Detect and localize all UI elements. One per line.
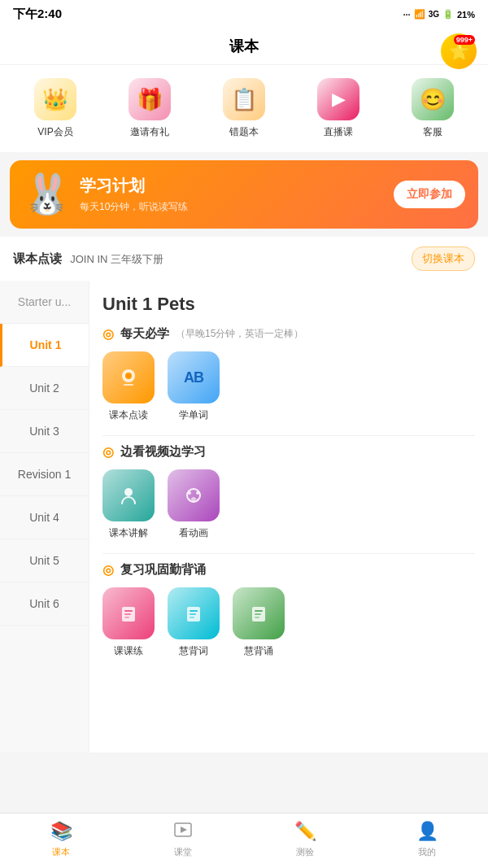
svg-marker-23 bbox=[181, 827, 187, 833]
sidebar-item-unit6[interactable]: Unit 6 bbox=[0, 582, 89, 626]
switch-textbook-button[interactable]: 切换课本 bbox=[412, 246, 475, 271]
battery-percent: 21% bbox=[457, 10, 475, 20]
quick-item-error[interactable]: 📋 错题本 bbox=[223, 78, 265, 139]
video-study-items: 课本讲解 看动画 bbox=[102, 469, 475, 540]
sidebar-item-unit4[interactable]: Unit 4 bbox=[0, 496, 89, 539]
banner-text: 学习计划 每天10分钟，听说读写练 bbox=[80, 175, 394, 214]
user-badge[interactable]: ⭐ 999+ bbox=[441, 33, 477, 69]
svg-point-7 bbox=[191, 497, 196, 502]
svg-point-1 bbox=[125, 373, 132, 379]
daily-study-header: ◎ 每天必学 （早晚15分钟，英语一定棒） bbox=[102, 326, 475, 342]
textbook-nav-label: 课本 bbox=[52, 846, 70, 858]
sidebar-item-unit1[interactable]: Unit 1 bbox=[0, 324, 89, 367]
cartoon-label: 看动画 bbox=[179, 526, 208, 540]
video-study-group: ◎ 边看视频边学习 课本讲解 看动画 bbox=[102, 444, 475, 540]
reading-label: 课本点读 bbox=[109, 408, 148, 422]
review-group: ◎ 复习巩固勤背诵 课课练 慧背词 bbox=[102, 562, 475, 658]
section-subtitle: JOIN IN 三年级下册 bbox=[70, 253, 163, 265]
sidebar-item-unit2[interactable]: Unit 2 bbox=[0, 367, 89, 410]
daily-study-group: ◎ 每天必学 （早晚15分钟，英语一定棒） 课本点读 AB 学单词 bbox=[102, 326, 475, 422]
sidebar-item-revision1[interactable]: Revision 1 bbox=[0, 453, 89, 496]
invite-label: 邀请有礼 bbox=[130, 125, 169, 139]
test-nav-icon: ✏️ bbox=[294, 820, 316, 843]
status-bar: 下午2:40 ··· 📶 3G 🔋 21% bbox=[0, 0, 488, 28]
words-label: 学单词 bbox=[179, 408, 208, 422]
vip-icon: 👑 bbox=[34, 78, 76, 120]
svg-point-5 bbox=[188, 491, 191, 495]
daily-hint: （早晚15分钟，英语一定棒） bbox=[176, 327, 303, 341]
practice-label: 课课练 bbox=[114, 644, 143, 658]
main-content-area: Starter u... Unit 1 Unit 2 Unit 3 Revisi… bbox=[0, 281, 488, 752]
smartwords-label: 慧背词 bbox=[179, 644, 208, 658]
join-now-button[interactable]: 立即参加 bbox=[394, 181, 465, 208]
svg-rect-16 bbox=[190, 613, 196, 615]
smartread-icon bbox=[233, 587, 285, 639]
vip-label: VIP会员 bbox=[37, 125, 72, 139]
quick-item-service[interactable]: 😊 客服 bbox=[412, 78, 454, 139]
sidebar-item-starter[interactable]: Starter u... bbox=[0, 281, 89, 324]
svg-rect-21 bbox=[255, 617, 259, 618]
svg-point-6 bbox=[196, 491, 199, 495]
banner-title: 学习计划 bbox=[80, 175, 394, 197]
sidebar-item-unit3[interactable]: Unit 3 bbox=[0, 410, 89, 453]
cartoon-item[interactable]: 看动画 bbox=[168, 469, 220, 540]
daily-study-items: 课本点读 AB 学单词 bbox=[102, 351, 475, 422]
lecture-label: 课本讲解 bbox=[109, 526, 148, 540]
invite-icon: 🎁 bbox=[129, 78, 171, 120]
practice-item[interactable]: 课课练 bbox=[102, 587, 155, 658]
errorbook-icon: 📋 bbox=[223, 78, 265, 120]
smartread-item[interactable]: 慧背诵 bbox=[233, 587, 285, 658]
practice-icon bbox=[102, 587, 155, 639]
badge-count: 999+ bbox=[454, 35, 475, 45]
words-item[interactable]: AB 学单词 bbox=[168, 351, 220, 422]
reading-icon bbox=[102, 351, 155, 403]
svg-rect-2 bbox=[124, 384, 133, 386]
sidebar-item-unit5[interactable]: Unit 5 bbox=[0, 539, 89, 582]
quick-item-vip[interactable]: 👑 VIP会员 bbox=[34, 78, 76, 139]
svg-rect-20 bbox=[255, 613, 261, 615]
lecture-icon bbox=[102, 469, 155, 521]
content-panel: Unit 1 Pets ◎ 每天必学 （早晚15分钟，英语一定棒） 课本点读 A… bbox=[89, 281, 488, 752]
test-nav-label: 测验 bbox=[296, 846, 314, 858]
status-time: 下午2:40 bbox=[13, 7, 62, 22]
battery-icon: 🔋 bbox=[442, 9, 454, 20]
words-icon: AB bbox=[168, 351, 220, 403]
sidebar: Starter u... Unit 1 Unit 2 Unit 3 Revisi… bbox=[0, 281, 89, 752]
study-plan-banner[interactable]: 🐰 学习计划 每天10分钟，听说读写练 立即参加 bbox=[10, 160, 478, 229]
page-title: 课本 bbox=[229, 38, 259, 55]
svg-rect-13 bbox=[124, 617, 129, 618]
banner-subtitle: 每天10分钟，听说读写练 bbox=[80, 200, 394, 214]
quick-item-invite[interactable]: 🎁 邀请有礼 bbox=[129, 78, 171, 139]
svg-rect-19 bbox=[255, 610, 263, 612]
banner-mascot: 🐰 bbox=[23, 172, 72, 217]
classroom-nav-icon bbox=[172, 820, 194, 843]
textbook-nav-icon: 📚 bbox=[50, 820, 72, 843]
nav-item-test[interactable]: ✏️ 测验 bbox=[294, 820, 316, 858]
classroom-nav-label: 课堂 bbox=[174, 846, 192, 858]
reading-item[interactable]: 课本点读 bbox=[102, 351, 155, 422]
bottom-nav-spacer bbox=[0, 752, 488, 809]
service-label: 客服 bbox=[423, 125, 442, 139]
svg-point-3 bbox=[124, 488, 133, 496]
status-icons: ··· 📶 3G 🔋 21% bbox=[403, 9, 475, 20]
review-header: ◎ 复习巩固勤背诵 bbox=[102, 562, 475, 578]
svg-point-9 bbox=[197, 499, 199, 501]
nav-item-classroom[interactable]: 课堂 bbox=[172, 820, 194, 858]
divider-2 bbox=[102, 553, 475, 554]
lecture-item[interactable]: 课本讲解 bbox=[102, 469, 155, 540]
profile-nav-icon: 👤 bbox=[416, 820, 438, 843]
service-icon: 😊 bbox=[412, 78, 454, 120]
nav-item-textbook[interactable]: 📚 课本 bbox=[50, 820, 72, 858]
live-icon: ▶ bbox=[317, 78, 359, 120]
circle-icon-3: ◎ bbox=[102, 562, 114, 578]
svg-rect-17 bbox=[190, 617, 194, 618]
quick-item-live[interactable]: ▶ 直播课 bbox=[317, 78, 359, 139]
circle-icon-2: ◎ bbox=[102, 444, 114, 460]
circle-icon: ◎ bbox=[102, 326, 114, 342]
svg-rect-15 bbox=[190, 610, 198, 612]
section-title-text: 课本点读 JOIN IN 三年级下册 bbox=[13, 251, 163, 265]
page-header: 课本 ⭐ 999+ bbox=[0, 28, 488, 65]
smartwords-icon bbox=[168, 587, 220, 639]
smartwords-item[interactable]: 慧背词 bbox=[168, 587, 220, 658]
nav-item-profile[interactable]: 👤 我的 bbox=[416, 820, 438, 858]
